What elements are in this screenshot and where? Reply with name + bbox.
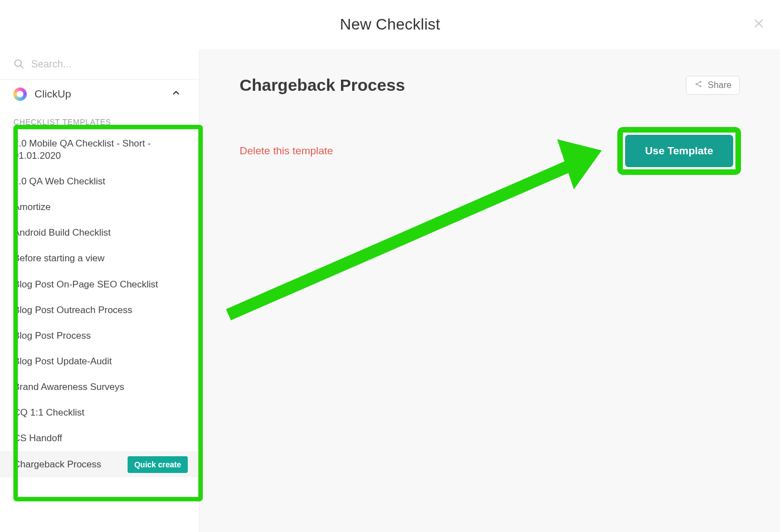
actions-row: Delete this template Use Template [240,128,740,174]
template-list-item-label: Brand Awareness Surveys [13,382,124,392]
svg-line-5 [698,82,700,84]
template-list-item-label: Android Build Checklist [13,227,111,238]
main-header: Chargeback Process Share [240,76,740,95]
delete-template-link[interactable]: Delete this template [240,145,333,157]
template-list-item[interactable]: Brand Awareness Surveys [0,374,199,400]
template-list-item[interactable]: Amortize [0,194,199,220]
search-icon [13,58,25,70]
search-row[interactable] [0,49,199,80]
template-list-item-label: Amortize [13,202,51,212]
share-label: Share [708,80,732,90]
template-list-item[interactable]: CQ 1:1 Checklist [0,400,199,426]
templates-section-label: CHECKLIST TEMPLATES [0,109,199,131]
share-button[interactable]: Share [686,76,740,95]
close-icon [753,17,765,30]
close-button[interactable] [751,16,767,31]
template-list: 2.0 Mobile QA Checklist - Short - 01.01.… [0,131,199,477]
main-panel: Chargeback Process Share Delete this tem… [199,49,780,532]
workspace-toggle[interactable]: ClickUp [0,80,199,109]
template-list-item[interactable]: Before starting a view [0,246,199,271]
use-template-wrap: Use Template [618,128,740,174]
template-list-item-label: 2.0 QA Web Checklist [13,176,105,187]
clickup-logo-icon [13,87,27,101]
svg-line-6 [698,85,700,86]
modal-title: New Checklist [340,16,440,33]
template-list-item[interactable]: 2.0 QA Web Checklist [0,169,199,194]
template-list-item[interactable]: Blog Post Outreach Process [0,297,199,323]
template-list-item[interactable]: Blog Post Process [0,323,199,349]
quick-create-button[interactable]: Quick create [128,456,188,472]
template-title: Chargeback Process [240,76,405,95]
use-template-button[interactable]: Use Template [625,135,733,167]
sidebar: ClickUp CHECKLIST TEMPLATES 2.0 Mobile Q… [0,49,199,532]
template-list-item[interactable]: Android Build Checklist [0,220,199,246]
template-list-item-label: Before starting a view [13,253,104,263]
template-list-item[interactable]: Chargeback ProcessQuick create [0,451,199,477]
svg-line-1 [21,66,23,69]
template-list-item-label: Blog Post Outreach Process [13,305,133,315]
search-input[interactable] [31,58,188,70]
share-icon [694,80,703,91]
template-list-item-label: CQ 1:1 Checklist [13,407,85,418]
template-list-item-label: Blog Post Update-Audit [13,356,112,367]
template-list-item[interactable]: CS Handoff [0,426,199,451]
workspace-name: ClickUp [35,88,71,100]
template-list-item-label: Blog Post On-Page SEO Checklist [13,279,158,290]
modal-header: New Checklist [0,0,780,49]
svg-point-3 [700,81,701,83]
template-list-item[interactable]: 2.0 Mobile QA Checklist - Short - 01.01.… [0,131,199,169]
svg-point-2 [696,84,698,85]
template-list-item-label: CS Handoff [13,433,62,443]
modal-body: ClickUp CHECKLIST TEMPLATES 2.0 Mobile Q… [0,49,780,532]
template-list-item[interactable]: Blog Post On-Page SEO Checklist [0,272,199,297]
svg-point-4 [700,86,701,87]
template-list-item-label: 2.0 Mobile QA Checklist - Short - 01.01.… [13,138,151,161]
template-list-item-label: Chargeback Process [13,458,101,471]
template-list-item[interactable]: Blog Post Update-Audit [0,349,199,374]
chevron-up-icon [171,88,181,101]
template-list-item-label: Blog Post Process [13,330,91,341]
